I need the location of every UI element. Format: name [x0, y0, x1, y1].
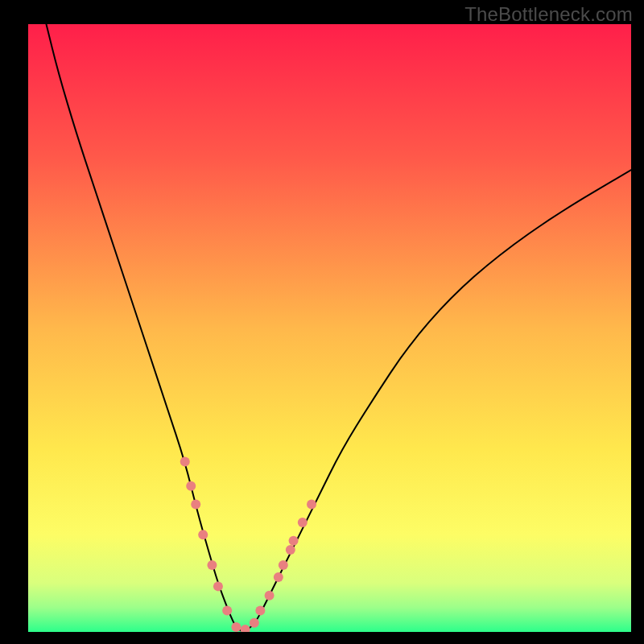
- curve-marker: [298, 518, 308, 527]
- curve-marker: [222, 606, 232, 616]
- curve-marker: [255, 606, 265, 616]
- curve-marker: [274, 572, 283, 582]
- curve-marker: [289, 536, 299, 546]
- curve-marker: [307, 499, 316, 509]
- curve-marker: [250, 618, 259, 628]
- chart-svg: [28, 24, 631, 632]
- curve-marker: [207, 560, 217, 570]
- gradient-background: [28, 24, 631, 632]
- curve-marker: [279, 560, 288, 570]
- curve-marker: [286, 545, 295, 555]
- curve-marker: [213, 581, 223, 591]
- curve-marker: [180, 457, 190, 467]
- curve-marker: [191, 499, 200, 509]
- curve-marker: [265, 591, 275, 601]
- watermark-text: TheBottleneck.com: [464, 3, 633, 26]
- plot-area: [28, 24, 631, 632]
- curve-marker: [198, 530, 208, 539]
- chart-frame: TheBottleneck.com: [0, 0, 644, 644]
- curve-marker: [231, 622, 241, 632]
- curve-marker: [186, 481, 196, 491]
